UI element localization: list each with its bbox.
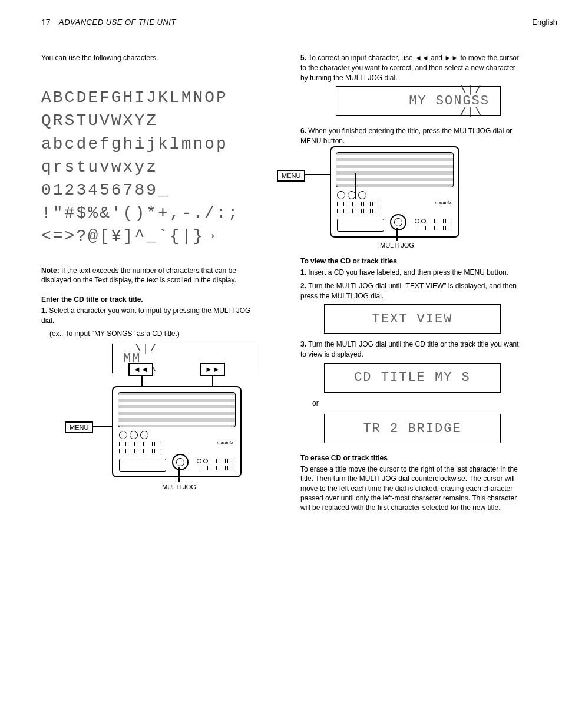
- rect-icon: [219, 459, 226, 463]
- square-button-icon: [154, 442, 161, 446]
- view-step3-number: 3.: [300, 340, 306, 348]
- rect-icon: [437, 226, 444, 230]
- square-button-icon: [128, 442, 135, 446]
- page-number: 17: [41, 18, 51, 27]
- speaker-grille: [118, 392, 236, 427]
- multi-jog-caption: MULTI JOG: [380, 242, 414, 249]
- device-illustration: marantz: [330, 146, 459, 238]
- or-separator: or: [300, 398, 521, 408]
- next-button-callout: ►►: [200, 363, 225, 376]
- step6-text: When you finished entering the title, pr…: [300, 127, 512, 145]
- square-button-icon: [363, 209, 371, 213]
- step5-number: 5.: [300, 54, 306, 62]
- step1-number: 1.: [41, 307, 47, 315]
- square-button-icon: [119, 449, 126, 453]
- square-button-icon: [346, 202, 353, 206]
- device-illustration: marantz: [112, 386, 242, 477]
- step-5: 5. To correct an input character, use ◄◄…: [300, 53, 521, 83]
- lcd-mysongs-display: MY SONGSS \|/ /|\: [336, 86, 501, 116]
- button-row: [337, 202, 379, 206]
- rect-icon: [437, 219, 444, 223]
- speaker-grille: [336, 152, 454, 187]
- note-body: If the text exceeds the number of charac…: [41, 266, 236, 284]
- view-titles-heading: To view the CD or track titles: [300, 257, 521, 265]
- small-knob-icon: [337, 191, 345, 199]
- rect-icon: [227, 466, 234, 470]
- step-1: 1. Select a character you want to input …: [41, 306, 265, 326]
- menu-callout: MENU: [277, 170, 305, 182]
- right-buttons: [197, 459, 234, 470]
- blink-top-icon: \|/: [460, 84, 482, 95]
- brand-label: marantz: [217, 440, 233, 444]
- knob-row: [337, 191, 366, 199]
- button-row-2: [119, 449, 161, 453]
- view-step1-text: Insert a CD you have labeled, and then p…: [308, 268, 508, 276]
- square-button-icon: [137, 449, 144, 453]
- caption-line: [178, 467, 180, 482]
- square-button-icon: [363, 202, 371, 206]
- lcd-track-text: TR 2 BRIDGE: [363, 421, 461, 436]
- square-button-icon: [372, 209, 379, 213]
- caption-line: [396, 228, 398, 241]
- rect-icon: [210, 459, 217, 463]
- character-set-block: ABCDEFGHIJKLMNOP QRSTUVWXYZ abcdefghijkl…: [41, 86, 265, 248]
- step6-number: 6.: [300, 127, 306, 135]
- left-column: You can use the following characters. AB…: [41, 53, 265, 518]
- device-display-icon: [119, 459, 166, 472]
- right-column: 5. To correct an input character, use ◄◄…: [300, 53, 521, 518]
- rect-icon: [201, 466, 208, 470]
- erase-heading: To erase CD or track titles: [300, 454, 521, 462]
- lcd-track-display: TR 2 BRIDGE: [324, 414, 501, 443]
- square-button-icon: [355, 202, 362, 206]
- step1-text: Select a character you want to input by …: [41, 307, 250, 325]
- dot-icon: [415, 219, 419, 223]
- dot-icon: [421, 219, 426, 223]
- multi-jog-knob-icon: [172, 454, 189, 470]
- dot-icon: [197, 459, 201, 463]
- lcd-textview-display: TEXT VIEW: [324, 304, 501, 334]
- device-diagram-right: MENU: [306, 152, 471, 246]
- view-step1-number: 1.: [300, 268, 306, 276]
- lcd-cdtitle-display: CD TITLE MY S: [324, 363, 501, 393]
- device-diagram-left: MENU ◄◄ ►►: [112, 380, 265, 486]
- square-button-icon: [355, 209, 362, 213]
- intro-text: You can use the following characters.: [41, 53, 265, 62]
- view-step2: 2. Turn the MULTI JOG dial until "TEXT V…: [300, 281, 521, 301]
- blink-top-icon: \|/: [135, 343, 157, 354]
- view-step2-number: 2.: [300, 282, 306, 290]
- square-button-icon: [119, 442, 126, 446]
- square-button-icon: [146, 442, 153, 446]
- device-display-icon: [337, 219, 384, 232]
- menu-callout: MENU: [65, 421, 93, 433]
- view-step3: 3. Turn the MULTI JOG dial until the CD …: [300, 340, 521, 360]
- multi-jog-caption: MULTI JOG: [162, 483, 196, 490]
- square-button-icon: [346, 209, 353, 213]
- callout-line-knob: [355, 173, 356, 199]
- square-button-icon: [337, 209, 344, 213]
- square-button-icon: [146, 449, 153, 453]
- step5-text: To correct an input character, use ◄◄ an…: [300, 54, 519, 82]
- view-step1: 1. Insert a CD you have labeled, and the…: [300, 268, 521, 278]
- dot-icon: [203, 459, 208, 463]
- small-knob-icon: [140, 431, 148, 439]
- square-button-icon: [372, 202, 379, 206]
- square-button-icon: [154, 449, 161, 453]
- small-knob-icon: [358, 191, 366, 199]
- rect-icon: [419, 226, 426, 230]
- multi-jog-knob-icon: [390, 214, 406, 230]
- brand-label: marantz: [435, 200, 451, 205]
- button-row: [119, 442, 161, 446]
- view-step3-text: Turn the MULTI JOG dial until the CD tit…: [300, 340, 519, 358]
- prev-button-callout: ◄◄: [128, 363, 153, 376]
- small-knob-icon: [119, 431, 127, 439]
- step-6: 6. When you finished entering the title,…: [300, 126, 521, 146]
- step1-subtext: (ex.: To input "MY SONGS" as a CD title.…: [41, 329, 265, 339]
- language-tab: English: [532, 18, 557, 27]
- small-knob-icon: [130, 431, 138, 439]
- enter-title-heading: Enter the CD title or track title.: [41, 295, 265, 304]
- callout-line: [304, 174, 333, 176]
- square-button-icon: [137, 442, 144, 446]
- note-paragraph: Note: If the text exceeds the number of …: [41, 266, 265, 285]
- right-buttons: [415, 219, 452, 230]
- rect-icon: [428, 219, 435, 223]
